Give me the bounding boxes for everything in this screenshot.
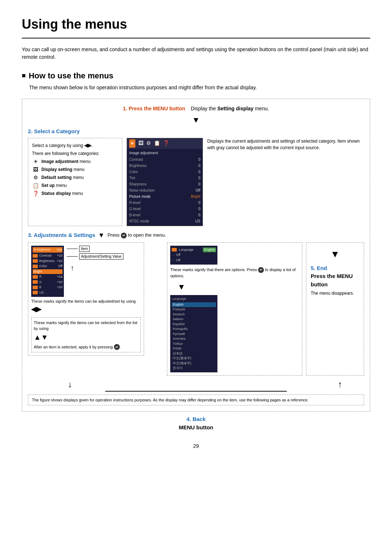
dd-japanese: 日本語 (172, 351, 216, 356)
dd-korean: 한국어 (172, 366, 216, 371)
step4-label: 4. Back (187, 416, 206, 422)
category-display-setting: 🖼 Display setting menu (32, 166, 118, 173)
category-setup: 📋 Set up menu (32, 182, 118, 189)
step3-left-col: ☀ brightness +10 Contrast+10 Brightness+… (28, 242, 163, 376)
page-title: Using the menus (22, 15, 370, 34)
bottom-left-arrow: ↓ (68, 378, 72, 391)
callout4-text: These marks signify the items can be sel… (34, 320, 138, 332)
ud-arrows: ▲▼ (34, 332, 138, 343)
category-status-display: ❓ Status display menu (32, 190, 118, 197)
menu-row-noise: Noise reductionOff (129, 187, 200, 193)
connecting-arrows: ↓ ↑ (28, 378, 364, 391)
menu-row-glevel: G-level0 (129, 206, 200, 212)
menu-icon-status: ❓ (163, 139, 169, 148)
callout1-text: These marks signify the items can be adj… (31, 298, 141, 304)
step1-row: 1. Press the MENU button Display the Set… (28, 105, 364, 113)
step2-content: Select a category by using ◀▶. There are… (28, 138, 364, 226)
step5-box: ▼ 5. End Press the MENU button The menu … (306, 242, 364, 376)
adj-value-label: Adjustment/Setting Value (79, 253, 123, 259)
dd-english: English (172, 302, 216, 307)
step2-instruction2: There are following five categories: (32, 150, 118, 157)
menu-section-title: Image adjustment (129, 150, 200, 156)
step1-desc: Display the Setting display menu. (191, 106, 269, 111)
item-label: Item (79, 246, 90, 252)
callout2-text: These marks signify that there are optio… (170, 267, 299, 279)
enter-button-icon: ↵ (121, 233, 127, 238)
menu-row-contrast: Contrast0 (129, 156, 200, 163)
setup-icon: 📋 (32, 182, 39, 189)
menu-mockup: ☀ 🖼 ⚙ 📋 ❓ Image adjustment Contrast0 Bri… (127, 138, 203, 226)
menu-row-picture: Picture modeBright (129, 193, 200, 200)
category-list: ☀ Image adjustment menu 🖼 Display settin… (32, 158, 118, 197)
dd-francais: Français (172, 307, 216, 312)
step2-label: 2. Select a Category (28, 128, 80, 134)
adj-callout-right: Item Adjustment/Setting Value ↑ (67, 246, 141, 273)
step1-arrow: ▼ (28, 114, 364, 126)
step5-arrow: ▼ (311, 247, 359, 261)
adj-box: ☀ brightness +10 Contrast+10 Brightness+… (28, 242, 144, 356)
menu-row-sharpness: Sharpness0 (129, 181, 200, 187)
step3-arrow-down: ▼ (98, 230, 105, 240)
step4-row: 4. Back MENU button (22, 415, 370, 432)
step5-num: 5. End (311, 264, 359, 273)
options-box: Language English — Off — Off These marks… (167, 242, 302, 376)
how-to-description: The menu shown below is for operation in… (29, 84, 370, 91)
options-down-arrow: ▼ (177, 281, 299, 293)
enter-btn-3: ↵ (258, 267, 264, 273)
image-adjustment-icon: ☀ (32, 158, 39, 165)
menu-icon-gear: ⚙ (146, 139, 151, 148)
step4-sub: MENU button (179, 424, 213, 430)
menu-content: Image adjustment Contrast0 Brightness0 C… (127, 149, 203, 226)
step3-label: 3. Adjustments & Settings (28, 231, 95, 240)
step2-right-desc: Displays the current adjustments and set… (207, 138, 364, 226)
step2-instruction: Select a category by using ◀▶. (32, 142, 118, 149)
page-number: 29 (22, 442, 370, 450)
main-instruction-box: 1. Press the MENU button Display the Set… (22, 99, 370, 412)
category-default-setting: ⚙ Default setting menu (32, 174, 118, 181)
bottom-note: The figure shows displays given for oper… (28, 394, 364, 406)
enter-btn-2: ↵ (114, 344, 120, 350)
step2-categories-box: Select a category by using ◀▶. There are… (28, 138, 122, 226)
menu-row-color: Color0 (129, 169, 200, 175)
dd-svenska: Svenska (172, 336, 216, 342)
default-setting-icon: ⚙ (32, 174, 39, 181)
menu-icon-display: 🖼 (138, 139, 143, 148)
dd-polish: Polski (172, 346, 216, 351)
dd-italiano: Italiano (172, 317, 216, 322)
step1-label: 1. Press the MENU button (123, 106, 185, 111)
up-arrow: ↑ (70, 262, 141, 273)
dd-deutsch: Deutsch (172, 312, 216, 317)
dd-chinese-trad: 中文(繁体字) (172, 356, 216, 361)
menu-icon-sun: ☀ (129, 139, 135, 148)
menu-row-ntsc: NTSC modeUS (129, 218, 200, 224)
step1-number: 1. (123, 106, 127, 111)
menu-icon-setup: 📋 (154, 139, 160, 148)
step3-instruction: Press ↵ to open the menu. (107, 232, 166, 239)
menu-row-rlevel: R-level0 (129, 200, 200, 206)
lr-arrows: ◀▶ (31, 304, 141, 314)
options-mockup: Language English — Off — Off (170, 246, 217, 265)
connecting-line (105, 391, 287, 392)
menu-row-brightness: Brightness0 (129, 163, 200, 169)
category-image-adjustment: ☀ Image adjustment menu (32, 158, 118, 165)
list-select-note: These marks signify the items can be sel… (31, 317, 141, 353)
menu-icon-bar: ☀ 🖼 ⚙ 📋 ❓ (127, 138, 203, 149)
status-display-icon: ❓ (32, 190, 39, 197)
adj-mockup: ☀ brightness +10 Contrast+10 Brightness+… (31, 246, 64, 297)
bottom-right-arrow: ↑ (338, 378, 342, 391)
step3-right-options: Language English — Off — Off These marks… (167, 242, 302, 376)
step5-desc: The menu disappears. (311, 290, 359, 297)
dd-russian: Русский (172, 332, 216, 337)
dd-portugues: Português (172, 327, 216, 332)
dd-turkish: Türkçe (172, 342, 216, 347)
menu-row-tint: Tint0 (129, 175, 200, 181)
intro-text: You can call up on-screen menus, and con… (22, 46, 370, 61)
dropdown-mockup: Language English Français Deutsch Italia… (170, 295, 217, 372)
section-heading: How to use the menus (22, 70, 370, 82)
step5-title: Press the MENU button (311, 272, 359, 289)
step3-header: 3. Adjustments & Settings ▼ Press ↵ to o… (28, 230, 364, 240)
step3-outer: ☀ brightness +10 Contrast+10 Brightness+… (28, 242, 364, 376)
menu-row-blevel: B-level0 (129, 212, 200, 218)
callout5-text: After an item is selected, apply it by p… (34, 344, 138, 350)
display-setting-icon: 🖼 (32, 166, 39, 173)
